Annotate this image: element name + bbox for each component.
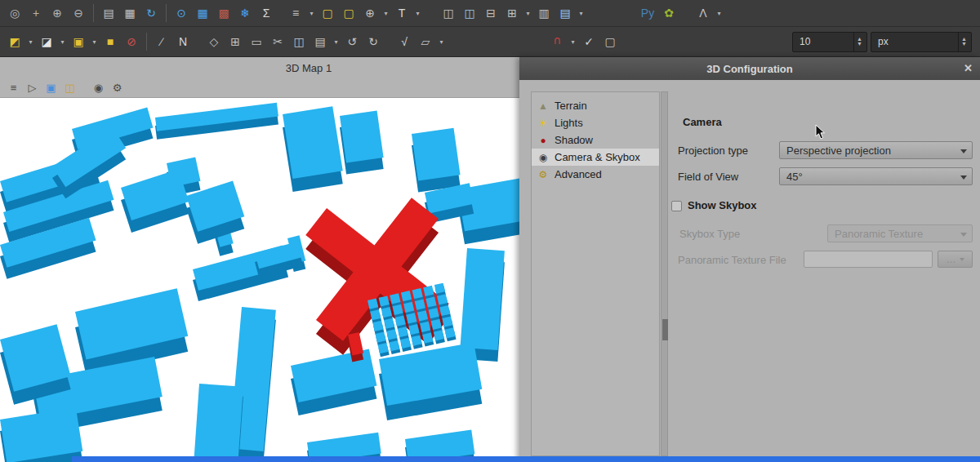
zoom-out-icon[interactable]: ⊖	[69, 3, 88, 23]
refresh-map-icon[interactable]: ↻	[141, 3, 161, 23]
dropdown-caret-icon[interactable]: ▾	[413, 3, 422, 23]
text-annotation-icon[interactable]: T	[392, 3, 412, 23]
resize-objects-icon[interactable]: ▤	[555, 3, 575, 23]
measure-tool-icon[interactable]: ≡	[286, 3, 305, 23]
dropdown-caret-icon[interactable]: ▾	[58, 32, 67, 51]
dropdown-caret-icon[interactable]: ▾	[523, 3, 532, 23]
snapping-tolerance-input[interactable]: 10 ▲▼	[792, 32, 867, 52]
browse-ellipsis-label: …	[947, 254, 956, 265]
map-dock-title: 3D Map 1	[286, 62, 332, 74]
touch-zoom-icon[interactable]: ◎	[5, 3, 24, 23]
sidebar-item-terrain[interactable]: ▲Terrain	[532, 97, 659, 114]
vertex-tool-icon[interactable]: N	[173, 32, 193, 51]
spinner-arrows-icon[interactable]: ▲▼	[853, 33, 865, 51]
dropdown-caret-icon[interactable]: ▾	[715, 3, 724, 23]
sidebar-scrollbar[interactable]	[661, 91, 668, 456]
dialog-title: 3D Configuration	[706, 63, 792, 75]
python-console-icon[interactable]: Py	[638, 3, 657, 23]
camera-settings-icon[interactable]: ⚙	[109, 80, 126, 96]
add-feature-icon[interactable]: ◇	[204, 32, 224, 51]
export-3d-scene-icon[interactable]: ◫	[61, 80, 78, 96]
move-feature-icon[interactable]: ⊞	[225, 32, 245, 51]
toggle-editing-icon[interactable]: ⊘	[122, 32, 141, 51]
zoom-full-icon[interactable]: ⊕	[360, 3, 380, 23]
tracing-icon[interactable]: ▢	[600, 32, 620, 51]
align-bottom-icon[interactable]: ⊞	[502, 3, 522, 23]
distribute-objects-icon[interactable]: ▥	[534, 3, 554, 23]
snapping-magnet-icon[interactable]: ∪	[547, 32, 567, 51]
dock-options-icon[interactable]: ≡	[5, 80, 22, 96]
sidebar-item-label: Terrain	[555, 100, 587, 112]
new-bookmark-icon[interactable]: ▢	[339, 3, 359, 23]
skybox-type-select[interactable]: Panoramic Texture	[827, 224, 973, 242]
align-right-icon[interactable]: ◫	[460, 3, 479, 23]
sidebar-item-advanced[interactable]: ⚙Advanced	[532, 166, 659, 183]
raster-calculator-icon[interactable]: ▩	[214, 3, 234, 23]
new-layout-icon[interactable]: ▤	[99, 3, 118, 23]
toolbar-icon-group: ≡▷▣◫◉⚙	[5, 80, 126, 96]
layout-manager-icon[interactable]: ▦	[120, 3, 140, 23]
main-toolbar-row-2: ◩▾◪▾▣▾■⊘∕N◇⊞▭✂◫▤▾↺↻√▱▾∪▾✓▢ 10 ▲▼ px ▲▼	[0, 27, 980, 57]
sidebar-item-label: Shadow	[555, 134, 593, 146]
chevron-down-icon	[960, 258, 964, 261]
copy-features-icon[interactable]: ◫	[289, 32, 309, 51]
zoom-in-icon[interactable]: ⊕	[47, 3, 67, 23]
lights-icon: ☀	[537, 118, 550, 129]
drawing-compass-icon[interactable]: Λ	[693, 3, 713, 23]
map-tips-icon[interactable]: ▢	[318, 3, 337, 23]
dropdown-caret-icon[interactable]: ▾	[307, 3, 316, 23]
dropdown-caret-icon[interactable]: ▾	[568, 32, 577, 51]
field-of-view-select[interactable]: 45°	[779, 167, 973, 185]
map-3d-scene[interactable]	[0, 98, 519, 462]
sidebar-item-lights[interactable]: ☀Lights	[532, 114, 659, 131]
dropdown-caret-icon[interactable]: ▾	[26, 32, 35, 51]
form-annotation-icon[interactable]: ▱	[416, 32, 435, 51]
snapping-unit-select[interactable]: px ▲▼	[871, 32, 972, 52]
chevron-down-icon	[960, 175, 967, 180]
sidebar-item-camera-skybox[interactable]: ◉Camera & Skybox	[532, 149, 659, 166]
browse-file-button[interactable]: …	[938, 251, 973, 268]
align-top-icon[interactable]: ⊟	[481, 3, 501, 23]
save-as-image-icon[interactable]: ▣	[42, 80, 60, 96]
pin-labels-icon[interactable]: ■	[100, 32, 120, 51]
close-icon[interactable]: ✕	[964, 62, 973, 74]
dropdown-caret-icon[interactable]: ▾	[381, 3, 390, 23]
sidebar-item-shadow[interactable]: ●Shadow	[532, 131, 659, 149]
paste-features-icon[interactable]: ▤	[310, 32, 330, 51]
pan-map-icon[interactable]: +	[26, 3, 46, 23]
projection-type-select[interactable]: Perspective projection	[779, 141, 973, 159]
redo-icon[interactable]: ↻	[363, 32, 383, 51]
panoramic-texture-file-input[interactable]	[804, 251, 933, 268]
select-features-icon[interactable]: ◩	[5, 32, 24, 51]
show-visibility-eye-icon[interactable]: ◉	[90, 80, 107, 96]
show-skybox-checkbox[interactable]	[671, 201, 682, 211]
dialog-body: ▲Terrain☀Lights●Shadow◉Camera & Skybox⚙A…	[519, 80, 980, 462]
dialog-titlebar[interactable]: 3D Configuration ✕	[519, 57, 980, 80]
spinner-arrows-icon[interactable]: ▲▼	[958, 33, 969, 51]
delete-selected-icon[interactable]: ▭	[247, 32, 266, 51]
scrollbar-thumb[interactable]	[662, 319, 668, 340]
topology-checker-icon[interactable]: ✓	[579, 32, 599, 51]
bug-report-icon[interactable]: ✿	[659, 3, 679, 23]
dropdown-caret-icon[interactable]: ▾	[332, 32, 341, 51]
select-by-expression-icon[interactable]: √	[394, 32, 414, 51]
toolbar-separator	[146, 33, 147, 51]
processing-toolbox-icon[interactable]: ❄	[235, 3, 255, 23]
toolbar-icon-group: ◎+⊕⊖▤▦↻⊙▦▩❄Σ≡▾▢▢⊕▾T▾◫◫⊟⊞▾▥▤▾Py✿Λ▾	[5, 3, 724, 23]
align-left-icon[interactable]: ◫	[439, 3, 458, 23]
field-of-view-value: 45°	[786, 171, 803, 183]
map-3d-viewport[interactable]	[0, 98, 519, 462]
dropdown-caret-icon[interactable]: ▾	[437, 32, 446, 51]
cut-features-icon[interactable]: ✂	[268, 32, 287, 51]
identify-features-icon[interactable]: ⊙	[172, 3, 191, 23]
dropdown-caret-icon[interactable]: ▾	[90, 32, 99, 51]
undo-icon[interactable]: ↺	[342, 32, 362, 51]
dropdown-caret-icon[interactable]: ▾	[577, 3, 586, 23]
move-label-icon[interactable]: ▣	[69, 32, 88, 51]
field-of-view-label: Field of View	[678, 171, 738, 183]
animation-play-icon[interactable]: ▷	[24, 80, 41, 96]
statistics-summary-icon[interactable]: Σ	[256, 3, 276, 23]
measure-line-icon[interactable]: ∕	[152, 32, 172, 51]
attribute-table-icon[interactable]: ▦	[193, 3, 212, 23]
label-toolbar-icon[interactable]: ◪	[37, 32, 56, 51]
